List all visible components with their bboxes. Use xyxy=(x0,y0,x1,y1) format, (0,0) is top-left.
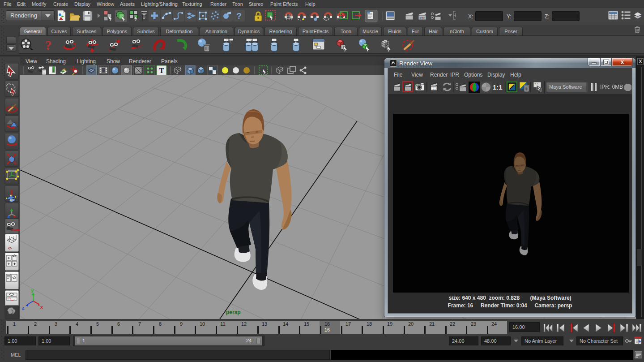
svg-text:T: T xyxy=(159,67,164,74)
svg-text:IPR: IPR xyxy=(419,17,425,20)
svg-text:persp: persp xyxy=(226,309,241,315)
svg-text:?: ? xyxy=(45,38,52,52)
svg-text:y: y xyxy=(31,288,34,293)
svg-text:x: x xyxy=(40,304,43,310)
svg-text:1:1: 1:1 xyxy=(493,83,503,91)
svg-text:z: z xyxy=(22,305,25,310)
svg-text:IPR: IPR xyxy=(431,87,436,90)
svg-text:?: ? xyxy=(236,11,242,21)
